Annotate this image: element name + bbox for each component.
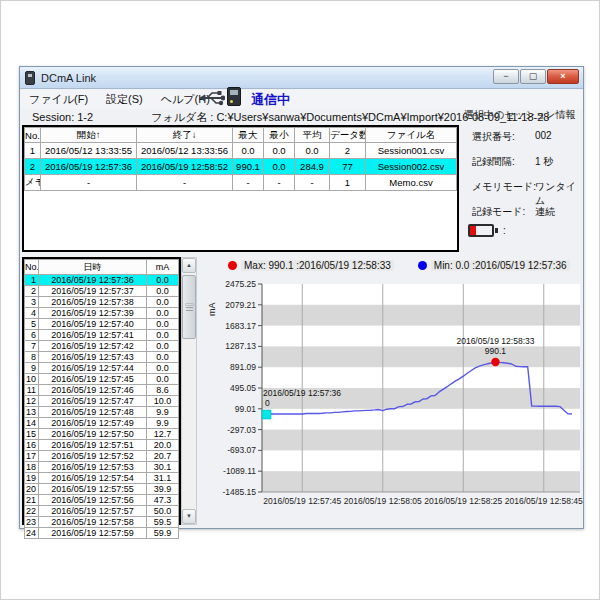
measurement-row[interactable]: 72016/05/19 12:57:420.0 xyxy=(25,341,179,352)
measurement-cell-no[interactable]: 11 xyxy=(25,385,39,396)
measurement-cell-no[interactable]: 17 xyxy=(25,451,39,462)
measurement-cell-no[interactable]: 3 xyxy=(25,297,39,308)
measurement-row[interactable]: 52016/05/19 12:57:400.0 xyxy=(25,319,179,330)
session-column-header[interactable]: データ数 xyxy=(330,128,366,143)
session-cell-count[interactable]: 77 xyxy=(330,159,366,175)
measurement-cell-ma[interactable]: 20.0 xyxy=(147,440,179,451)
measurement-cell-no[interactable]: 12 xyxy=(25,396,39,407)
measurement-cell-no[interactable]: 1 xyxy=(25,275,39,286)
measurement-cell-datetime[interactable]: 2016/05/19 12:57:57 xyxy=(39,506,147,517)
session-cell-avg[interactable]: 284.9 xyxy=(295,159,330,175)
maximize-button[interactable]: ▢ xyxy=(520,69,546,84)
measurement-cell-ma[interactable]: 0.0 xyxy=(147,352,179,363)
session-column-header[interactable]: ファイル名 xyxy=(366,128,457,143)
minimize-button[interactable]: − xyxy=(493,69,519,84)
measurement-cell-datetime[interactable]: 2016/05/19 12:57:50 xyxy=(39,429,147,440)
measurement-cell-ma[interactable]: 0.0 xyxy=(147,308,179,319)
session-column-header[interactable]: No. xyxy=(25,128,41,143)
measurement-cell-ma[interactable]: 59.5 xyxy=(147,517,179,528)
measurement-cell-datetime[interactable]: 2016/05/19 12:57:43 xyxy=(39,352,147,363)
measurement-cell-no[interactable]: 20 xyxy=(25,484,39,495)
measurement-cell-ma[interactable]: 47.3 xyxy=(147,495,179,506)
session-cell-avg[interactable]: - xyxy=(295,175,330,191)
measurement-cell-datetime[interactable]: 2016/05/19 12:57:40 xyxy=(39,319,147,330)
measurement-cell-no[interactable]: 19 xyxy=(25,473,39,484)
session-cell-no[interactable]: メモ xyxy=(25,175,41,191)
measurement-cell-no[interactable]: 24 xyxy=(25,528,39,539)
session-cell-end[interactable]: 2016/05/19 12:58:52 xyxy=(137,159,233,175)
measurement-row[interactable]: 202016/05/19 12:57:5539.9 xyxy=(25,484,179,495)
measurement-cell-ma[interactable]: 59.9 xyxy=(147,528,179,539)
measurement-row[interactable]: 42016/05/19 12:57:390.0 xyxy=(25,308,179,319)
measurement-row[interactable]: 232016/05/19 12:57:5859.5 xyxy=(25,517,179,528)
measurement-cell-no[interactable]: 5 xyxy=(25,319,39,330)
measurement-cell-datetime[interactable]: 2016/05/19 12:57:41 xyxy=(39,330,147,341)
session-cell-start[interactable]: - xyxy=(41,175,137,191)
measurement-cell-datetime[interactable]: 2016/05/19 12:57:49 xyxy=(39,418,147,429)
close-button[interactable]: × xyxy=(547,69,579,84)
measurement-cell-datetime[interactable]: 2016/05/19 12:57:54 xyxy=(39,473,147,484)
scroll-thumb[interactable] xyxy=(182,275,196,339)
measurement-cell-datetime[interactable]: 2016/05/19 12:57:45 xyxy=(39,374,147,385)
measurement-cell-ma[interactable]: 0.0 xyxy=(147,374,179,385)
measurement-row[interactable]: 12016/05/19 12:57:360.0 xyxy=(25,275,179,286)
measurement-cell-no[interactable]: 2 xyxy=(25,286,39,297)
measurement-cell-datetime[interactable]: 2016/05/19 12:57:44 xyxy=(39,363,147,374)
measurement-cell-datetime[interactable]: 2016/05/19 12:57:48 xyxy=(39,407,147,418)
title-bar[interactable]: DCmA Link − ▢ × xyxy=(20,67,583,89)
measurement-cell-datetime[interactable]: 2016/05/19 12:57:52 xyxy=(39,451,147,462)
measurement-row[interactable]: 212016/05/19 12:57:5647.3 xyxy=(25,495,179,506)
measurement-row[interactable]: 82016/05/19 12:57:430.0 xyxy=(25,352,179,363)
measurement-cell-datetime[interactable]: 2016/05/19 12:57:47 xyxy=(39,396,147,407)
session-row[interactable]: メモ-----1Memo.csv xyxy=(25,175,457,191)
measurement-cell-ma[interactable]: 0.0 xyxy=(147,330,179,341)
measurement-cell-datetime[interactable]: 2016/05/19 12:57:55 xyxy=(39,484,147,495)
session-cell-min[interactable]: - xyxy=(264,175,295,191)
session-cell-max[interactable]: - xyxy=(233,175,264,191)
session-cell-min[interactable]: 0.0 xyxy=(264,159,295,175)
session-column-header[interactable]: 最小 xyxy=(264,128,295,143)
session-column-header[interactable]: 開始↑ xyxy=(41,128,137,143)
measurement-cell-ma[interactable]: 30.1 xyxy=(147,462,179,473)
measurement-row[interactable]: 22016/05/19 12:57:370.0 xyxy=(25,286,179,297)
measurement-cell-ma[interactable]: 0.0 xyxy=(147,341,179,352)
measurement-cell-datetime[interactable]: 2016/05/19 12:57:39 xyxy=(39,308,147,319)
measurement-cell-ma[interactable]: 8.6 xyxy=(147,385,179,396)
session-cell-min[interactable]: 0.0 xyxy=(264,143,295,159)
measurement-row[interactable]: 132016/05/19 12:57:489.9 xyxy=(25,407,179,418)
measurement-row[interactable]: 122016/05/19 12:57:4710.0 xyxy=(25,396,179,407)
session-cell-no[interactable]: 2 xyxy=(25,159,41,175)
measurement-cell-ma[interactable]: 9.9 xyxy=(147,418,179,429)
measurement-cell-no[interactable]: 13 xyxy=(25,407,39,418)
measurement-cell-datetime[interactable]: 2016/05/19 12:57:42 xyxy=(39,341,147,352)
measurement-cell-ma[interactable]: 20.7 xyxy=(147,451,179,462)
measurement-cell-ma[interactable]: 0.0 xyxy=(147,275,179,286)
measurement-cell-no[interactable]: 16 xyxy=(25,440,39,451)
measurement-cell-datetime[interactable]: 2016/05/19 12:57:59 xyxy=(39,528,147,539)
measurement-cell-ma[interactable]: 39.9 xyxy=(147,484,179,495)
measurement-cell-datetime[interactable]: 2016/05/19 12:57:53 xyxy=(39,462,147,473)
measurement-row[interactable]: 222016/05/19 12:57:5750.0 xyxy=(25,506,179,517)
session-cell-file[interactable]: Memo.csv xyxy=(366,175,457,191)
measurement-cell-ma[interactable]: 9.9 xyxy=(147,407,179,418)
measurement-row[interactable]: 162016/05/19 12:57:5120.0 xyxy=(25,440,179,451)
session-cell-avg[interactable]: 0.0 xyxy=(295,143,330,159)
measurement-row[interactable]: 192016/05/19 12:57:5431.1 xyxy=(25,473,179,484)
measurement-cell-no[interactable]: 7 xyxy=(25,341,39,352)
measurement-cell-no[interactable]: 22 xyxy=(25,506,39,517)
measurement-row[interactable]: 142016/05/19 12:57:499.9 xyxy=(25,418,179,429)
measurement-row[interactable]: 152016/05/19 12:57:5012.7 xyxy=(25,429,179,440)
session-cell-count[interactable]: 1 xyxy=(330,175,366,191)
session-column-header[interactable]: 平均 xyxy=(295,128,330,143)
measurement-cell-datetime[interactable]: 2016/05/19 12:57:38 xyxy=(39,297,147,308)
measurement-table-scrollbar[interactable]: ▲ ▼ xyxy=(181,257,197,525)
measurement-cell-datetime[interactable]: 2016/05/19 12:57:36 xyxy=(39,275,147,286)
measurement-cell-datetime[interactable]: 2016/05/19 12:57:51 xyxy=(39,440,147,451)
measurement-row[interactable]: 182016/05/19 12:57:5330.1 xyxy=(25,462,179,473)
session-cell-file[interactable]: Session001.csv xyxy=(366,143,457,159)
measurement-row[interactable]: 92016/05/19 12:57:440.0 xyxy=(25,363,179,374)
measurement-cell-ma[interactable]: 10.0 xyxy=(147,396,179,407)
measurement-cell-ma[interactable]: 12.7 xyxy=(147,429,179,440)
measurement-cell-no[interactable]: 18 xyxy=(25,462,39,473)
measurement-cell-no[interactable]: 4 xyxy=(25,308,39,319)
